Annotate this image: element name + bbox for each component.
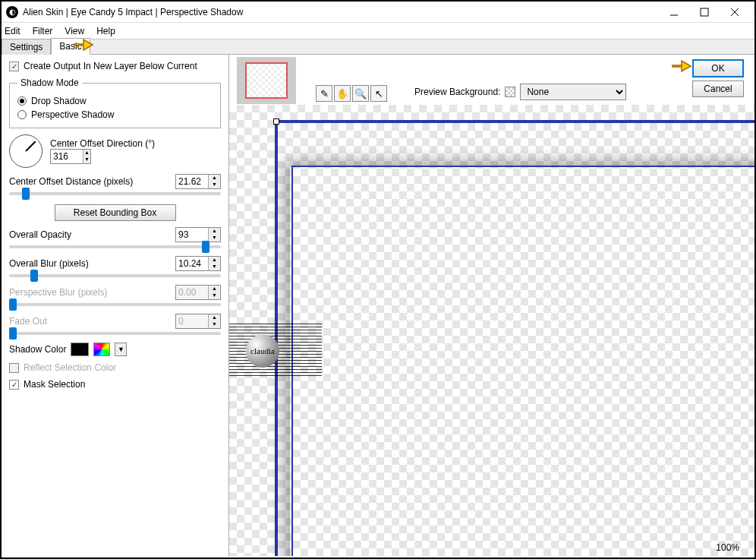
window-title: Alien Skin | Eye Candy 5 Impact | Perspe…	[23, 7, 659, 17]
create-output-label: Create Output In New Layer Below Current	[24, 61, 197, 71]
fade-out-spinner: ▲▼	[175, 314, 221, 329]
bg-swatch-icon	[505, 87, 515, 97]
menubar: Edit Filter View Help	[2, 23, 754, 39]
distance-input[interactable]	[176, 175, 208, 188]
sidebar: Create Output In New Layer Below Current…	[2, 55, 229, 556]
direction-dial[interactable]	[9, 134, 43, 168]
center-offset-distance-label: Center Offset Distance (pixels)	[9, 176, 175, 187]
distance-slider[interactable]	[9, 192, 221, 195]
maximize-button[interactable]	[689, 3, 720, 21]
thumbnail-holder	[237, 57, 296, 104]
slider-thumb	[9, 327, 17, 340]
shadow-mode-legend: Shadow Mode	[17, 77, 82, 88]
spin-up-icon[interactable]: ▲	[209, 175, 220, 182]
spin-up-icon[interactable]: ▲	[83, 150, 90, 156]
reflect-selection-label: Reflect Selection Color	[24, 362, 116, 373]
perspective-shadow-radio[interactable]	[17, 110, 27, 119]
reset-bounding-box-button[interactable]: Reset Bounding Box	[55, 204, 176, 221]
spin-up-icon: ▲	[209, 314, 220, 321]
zoom-tool[interactable]: 🔍	[352, 85, 369, 102]
center-offset-direction-label: Center Offset Direction (°)	[50, 138, 155, 149]
direction-input[interactable]	[51, 150, 83, 163]
opacity-slider[interactable]	[9, 245, 221, 248]
app-icon: ◐	[6, 6, 18, 18]
ok-button[interactable]: OK	[692, 59, 744, 77]
spin-down-icon[interactable]: ▼	[209, 235, 220, 242]
close-button[interactable]	[720, 3, 750, 21]
pointer-hand-icon	[671, 58, 694, 74]
preview-background-label: Preview Background:	[414, 87, 500, 97]
eyedropper-tool[interactable]: ✎	[316, 85, 332, 102]
reflect-selection-checkbox	[9, 363, 19, 373]
spin-down-icon: ▼	[209, 321, 220, 328]
spin-down-icon[interactable]: ▼	[83, 156, 90, 163]
slider-thumb[interactable]	[30, 270, 38, 282]
svg-rect-1	[701, 8, 708, 16]
spin-down-icon[interactable]: ▼	[209, 182, 220, 188]
watermark: claudia	[229, 324, 322, 377]
slider-thumb[interactable]	[202, 241, 209, 253]
menu-view[interactable]: View	[65, 26, 84, 36]
tab-settings[interactable]: Settings	[2, 39, 51, 55]
perspective-shadow-label: Perspective Shadow	[31, 109, 114, 120]
slider-thumb[interactable]	[22, 188, 30, 200]
overall-blur-label: Overall Blur (pixels)	[9, 258, 175, 269]
color-dropdown[interactable]: ▼	[115, 343, 127, 356]
spin-down-icon[interactable]: ▼	[209, 264, 220, 270]
perspective-blur-slider	[9, 303, 221, 306]
fade-out-label: Fade Out	[9, 316, 175, 327]
zoom-level: 100%	[716, 542, 739, 553]
perspective-blur-input	[176, 286, 208, 299]
selection-handle[interactable]	[273, 118, 279, 125]
drop-shadow-label: Drop Shadow	[31, 96, 87, 106]
inner-frame	[291, 166, 754, 556]
preview-canvas[interactable]: claudia	[229, 105, 754, 556]
direction-spinner[interactable]: ▲▼	[50, 149, 91, 164]
shadow-mode-group: Shadow Mode Drop Shadow Perspective Shad…	[9, 77, 221, 128]
spin-down-icon: ▼	[209, 292, 220, 299]
shadow-color-swatch[interactable]	[71, 343, 89, 356]
drop-shadow-radio[interactable]	[17, 96, 27, 106]
minimize-button[interactable]	[659, 3, 689, 21]
blur-input[interactable]	[176, 257, 208, 270]
fade-out-input	[176, 314, 208, 328]
perspective-blur-label: Perspective Blur (pixels)	[9, 287, 175, 298]
fade-out-slider	[9, 332, 221, 335]
preview-thumbnail[interactable]	[245, 62, 288, 99]
spin-up-icon[interactable]: ▲	[209, 257, 220, 264]
preview-background-select[interactable]: None	[520, 84, 626, 100]
distance-spinner[interactable]: ▲▼	[175, 174, 221, 189]
cancel-button[interactable]: Cancel	[692, 81, 744, 97]
blur-slider[interactable]	[9, 274, 221, 277]
slider-thumb	[9, 298, 17, 311]
menu-help[interactable]: Help	[96, 26, 115, 36]
blur-spinner[interactable]: ▲▼	[175, 256, 221, 271]
titlebar: ◐ Alien Skin | Eye Candy 5 Impact | Pers…	[2, 2, 754, 23]
shadow-color-label: Shadow Color	[9, 344, 66, 355]
opacity-input[interactable]	[176, 228, 208, 242]
menu-edit[interactable]: Edit	[5, 26, 20, 36]
spin-up-icon: ▲	[209, 286, 220, 292]
tabbar: Settings Basic	[2, 39, 754, 55]
opacity-spinner[interactable]: ▲▼	[175, 227, 221, 242]
mask-selection-checkbox[interactable]	[9, 380, 19, 390]
create-output-checkbox	[9, 62, 19, 71]
color-picker-icon[interactable]	[93, 343, 110, 356]
perspective-blur-spinner: ▲▼	[175, 285, 221, 300]
spin-up-icon[interactable]: ▲	[209, 228, 220, 235]
pointer-tool[interactable]: ↖	[370, 85, 387, 102]
pointer-hand-icon	[73, 36, 96, 53]
menu-filter[interactable]: Filter	[33, 26, 53, 36]
preview-panel: ✎ ✋ 🔍 ↖ Preview Background: None OK Canc…	[229, 55, 754, 556]
watermark-text: claudia	[246, 334, 279, 368]
mask-selection-label: Mask Selection	[24, 379, 85, 390]
overall-opacity-label: Overall Opacity	[9, 229, 175, 240]
hand-tool[interactable]: ✋	[334, 85, 351, 102]
